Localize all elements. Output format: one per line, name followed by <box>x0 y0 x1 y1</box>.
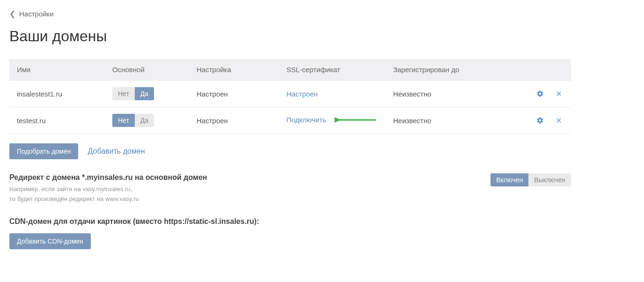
th-main: Основной <box>105 59 189 81</box>
cell-main-toggle: Нет Да <box>105 81 189 107</box>
cell-actions <box>515 81 571 107</box>
main-toggle: Нет Да <box>112 114 154 127</box>
gear-icon[interactable] <box>535 116 545 125</box>
redirect-off-button[interactable]: Выключен <box>528 173 571 186</box>
redirect-hint-2: то будет произведён редирект на www.vasy… <box>9 194 207 204</box>
cell-registered: Неизвестно <box>386 107 515 134</box>
cell-setup: Настроен <box>189 81 279 107</box>
breadcrumb-label: Настройки <box>19 10 54 18</box>
toggle-yes-button[interactable]: Да <box>135 87 154 100</box>
th-setup: Настройка <box>189 59 279 81</box>
pick-domain-button[interactable]: Подобрать домен <box>9 143 78 159</box>
ssl-link[interactable]: Настроен <box>286 90 318 98</box>
cell-ssl: Настроен <box>279 81 386 107</box>
cell-setup: Настроен <box>189 107 279 134</box>
close-icon[interactable] <box>554 89 564 98</box>
th-name: Имя <box>9 59 105 81</box>
table-row: insalestest1.ru Нет Да Настроен Настроен… <box>9 81 571 107</box>
toggle-no-button[interactable]: Нет <box>112 114 135 127</box>
table-row: testest.ru Нет Да Настроен Подключить <box>9 107 571 134</box>
redirect-hint-1: Например, если зайти на vasy.myinsales.r… <box>9 185 207 194</box>
add-domain-link[interactable]: Добавить домен <box>88 147 145 156</box>
cell-domain-name: testest.ru <box>9 107 105 134</box>
chevron-left-icon: ❮ <box>9 9 15 18</box>
th-registered: Зарегистрирован до <box>386 59 515 81</box>
redirect-toggle: Включен Выключен <box>490 173 571 186</box>
add-cdn-button[interactable]: Добавить CDN-домен <box>9 233 91 249</box>
close-icon[interactable] <box>554 116 564 125</box>
domains-table: Имя Основной Настройка SSL-сертификат За… <box>9 59 571 134</box>
breadcrumb[interactable]: ❮ Настройки <box>9 9 571 18</box>
main-toggle: Нет Да <box>112 87 154 100</box>
cell-main-toggle: Нет Да <box>105 107 189 134</box>
th-ssl: SSL-сертификат <box>279 59 386 81</box>
cell-ssl: Подключить <box>279 107 386 134</box>
arrow-annotation-icon <box>335 115 377 126</box>
ssl-connect-link[interactable]: Подключить <box>286 116 326 124</box>
cdn-section: CDN-домен для отдачи картинок (вместо ht… <box>9 217 571 249</box>
toggle-no-button[interactable]: Нет <box>112 87 135 100</box>
domain-buttons-row: Подобрать домен Добавить домен <box>9 143 571 159</box>
cell-actions <box>515 107 571 134</box>
cell-registered: Неизвестно <box>386 81 515 107</box>
page-title: Ваши домены <box>9 28 571 45</box>
toggle-yes-button[interactable]: Да <box>135 114 154 127</box>
gear-icon[interactable] <box>535 89 545 98</box>
cdn-title: CDN-домен для отдачи картинок (вместо ht… <box>9 217 571 226</box>
cell-domain-name: insalestest1.ru <box>9 81 105 107</box>
redirect-title: Редирект с домена *.myinsales.ru на осно… <box>9 173 207 182</box>
th-actions <box>515 59 571 81</box>
redirect-on-button[interactable]: Включен <box>490 173 528 186</box>
redirect-section: Редирект с домена *.myinsales.ru на осно… <box>9 173 571 204</box>
